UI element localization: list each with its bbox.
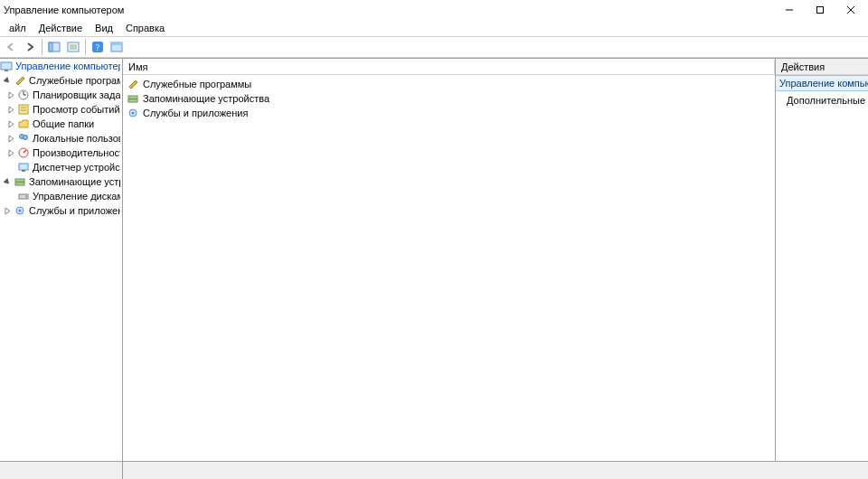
users-icon [17, 132, 30, 145]
tree-label: Управление компьютером (лс [15, 61, 120, 71]
svg-rect-34 [128, 96, 137, 99]
tree-label: Службы и приложения [29, 205, 120, 216]
spacer [6, 192, 16, 202]
list-body: Служебные программы Запоминающие устройс… [123, 75, 775, 122]
tree-task-scheduler[interactable]: Планировщик заданий [0, 88, 122, 102]
disk-icon [17, 190, 30, 202]
svg-rect-26 [19, 164, 28, 170]
list-item-services-apps[interactable]: Службы и приложения [123, 106, 775, 120]
tree-root[interactable]: Управление компьютером (лс [0, 59, 122, 73]
status-cell [0, 462, 123, 479]
main-area: Управление компьютером (лс Служебные про… [0, 58, 868, 461]
tools-icon [127, 78, 139, 90]
spacer [6, 163, 16, 173]
menu-bar: айл Действие Вид Справка [0, 20, 868, 36]
storage-icon [14, 175, 26, 188]
tree-services-apps[interactable]: Службы и приложения [0, 203, 122, 218]
list-item-label: Службы и приложения [143, 108, 248, 118]
svg-rect-15 [5, 70, 8, 71]
services-icon [127, 107, 139, 119]
expand-icon[interactable] [6, 148, 16, 158]
svg-point-23 [24, 136, 28, 140]
minimize-button[interactable] [774, 1, 805, 19]
menu-view[interactable]: Вид [90, 22, 118, 34]
event-log-icon [17, 103, 30, 116]
actions-group-title[interactable]: Управление компьютером .. [776, 75, 868, 91]
expand-icon[interactable] [6, 105, 16, 115]
menu-action[interactable]: Действие [33, 22, 88, 34]
toolbar-separator [42, 39, 42, 55]
tree-shared-folders[interactable]: Общие папки [0, 117, 122, 131]
tree-storage[interactable]: Запоминающие устройст [0, 174, 122, 189]
svg-rect-1 [817, 7, 824, 14]
collapse-icon[interactable] [3, 177, 13, 187]
list-item-system-tools[interactable]: Служебные программы [123, 77, 775, 91]
actions-header: Действия [776, 59, 868, 75]
toolbar-separator [85, 39, 86, 55]
window-controls [774, 1, 866, 19]
tree-label: Просмотр событий [33, 104, 120, 115]
tree-label: Управление дисками [33, 191, 120, 202]
services-icon [14, 204, 26, 217]
svg-point-31 [25, 196, 27, 198]
list-item-label: Запоминающие устройства [143, 93, 269, 104]
list-pane: Имя Служебные программы Запоминающие уст… [123, 59, 776, 461]
svg-text:?: ? [96, 42, 100, 52]
tree-label: Локальные пользовате [33, 133, 120, 144]
svg-rect-28 [15, 179, 24, 182]
tree-label: Планировщик заданий [33, 89, 120, 100]
back-button[interactable] [2, 38, 20, 56]
svg-rect-27 [22, 170, 25, 172]
expand-icon[interactable] [3, 206, 13, 216]
device-manager-icon [17, 161, 30, 174]
menu-file[interactable]: айл [4, 22, 32, 34]
expand-icon[interactable] [6, 134, 16, 144]
show-hide-tree-button[interactable] [45, 38, 63, 56]
menu-help[interactable]: Справка [120, 22, 170, 34]
help-button[interactable]: ? [89, 38, 107, 56]
tree-event-viewer[interactable]: Просмотр событий [0, 102, 122, 117]
tree-label: Общие папки [33, 118, 94, 129]
expand-icon[interactable] [6, 90, 16, 100]
toolbar: ? [0, 36, 868, 58]
computer-management-icon [0, 60, 13, 72]
storage-icon [127, 92, 139, 105]
forward-button[interactable] [21, 38, 39, 56]
clock-icon [17, 89, 30, 101]
shared-folder-icon [17, 117, 30, 130]
tree-label: Служебные программы [29, 75, 120, 86]
refresh-button[interactable] [108, 38, 126, 56]
svg-rect-14 [1, 62, 12, 70]
tree-system-tools[interactable]: Служебные программы [0, 73, 122, 88]
tree-local-users[interactable]: Локальные пользовате [0, 131, 122, 146]
maximize-button[interactable] [805, 1, 835, 19]
svg-point-33 [19, 210, 22, 212]
actions-more[interactable]: Дополнительные дейс... [776, 91, 868, 109]
tree-pane: Управление компьютером (лс Служебные про… [0, 59, 123, 461]
title-bar: Управление компьютером [0, 0, 868, 20]
list-item-storage[interactable]: Запоминающие устройства [123, 91, 775, 106]
svg-point-37 [132, 112, 135, 115]
tree-label: Диспетчер устройств [33, 162, 120, 173]
export-list-button[interactable] [64, 38, 82, 56]
tree-device-manager[interactable]: Диспетчер устройств [0, 160, 122, 174]
collapse-icon[interactable] [3, 76, 13, 86]
list-item-label: Служебные программы [143, 79, 251, 89]
tree-performance[interactable]: Производительность [0, 146, 122, 160]
svg-rect-19 [19, 105, 28, 114]
list-header: Имя [123, 59, 775, 75]
close-button[interactable] [835, 1, 866, 19]
tree-label: Запоминающие устройст [29, 176, 120, 187]
window-title: Управление компьютером [4, 5, 124, 15]
actions-pane: Действия Управление компьютером .. Допол… [776, 59, 868, 461]
column-header-name[interactable]: Имя [123, 60, 775, 74]
svg-rect-29 [15, 183, 24, 185]
svg-rect-35 [128, 99, 137, 102]
svg-rect-13 [111, 42, 122, 45]
tree-disk-management[interactable]: Управление дисками [0, 189, 122, 203]
svg-rect-5 [49, 42, 52, 52]
tree-label: Производительность [33, 147, 120, 158]
expand-icon[interactable] [6, 119, 16, 129]
performance-icon [17, 146, 30, 159]
status-bar [0, 461, 868, 479]
